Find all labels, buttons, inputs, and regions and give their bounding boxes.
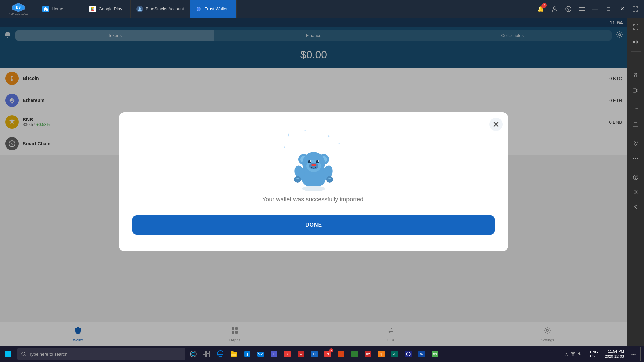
success-modal: ✦ ✦ ✦ ✦ ✦ [119, 112, 508, 251]
svg-rect-51 [635, 61, 635, 61]
close-button[interactable]: ✕ [616, 3, 628, 15]
svg-text:FZ: FZ [366, 353, 370, 356]
edge-app[interactable] [214, 348, 227, 360]
video-button[interactable] [629, 84, 642, 97]
app11[interactable] [402, 348, 415, 360]
svg-rect-75 [203, 355, 206, 357]
restore-button[interactable]: □ [602, 3, 614, 15]
fullscreen-button[interactable] [629, 20, 642, 34]
svg-rect-48 [636, 60, 636, 60]
svg-rect-65 [8, 351, 11, 354]
app10[interactable]: Vc [388, 348, 401, 360]
sidebar-divider [631, 51, 641, 52]
svg-text:O: O [340, 352, 342, 356]
volume-button[interactable] [629, 35, 642, 49]
cortana-button[interactable] [186, 347, 200, 361]
svg-rect-76 [231, 354, 236, 356]
svg-text:O: O [313, 352, 316, 356]
menu-button[interactable] [576, 3, 588, 15]
tab-google-play[interactable]: Google Play [84, 0, 131, 18]
folder-button[interactable] [629, 103, 642, 116]
svg-point-25 [302, 186, 325, 191]
tray-show-desktop[interactable] [640, 347, 641, 361]
svg-text:C: C [273, 352, 275, 356]
account-tab-icon [136, 6, 143, 12]
google-play-tab-icon [89, 6, 96, 12]
done-button[interactable]: DONE [132, 215, 495, 235]
store-app[interactable]: s [241, 348, 254, 360]
location-button[interactable] [629, 137, 642, 150]
bluestacks-logo: BS 4.240.30.1002 [0, 1, 37, 17]
star-decoration: ✦ [287, 132, 291, 138]
back-button[interactable] [629, 200, 642, 214]
svg-text:?: ? [635, 176, 637, 179]
tray-divider [627, 349, 627, 359]
minimize-button[interactable]: — [589, 3, 601, 15]
svg-text:Bs: Bs [420, 353, 424, 356]
svg-rect-49 [637, 60, 637, 60]
help-button[interactable]: ? [562, 3, 574, 15]
tray-icon-up[interactable]: ∧ [564, 351, 569, 357]
taskbar-apps: s C Y W O N 3 O [213, 348, 443, 360]
svg-point-56 [635, 75, 637, 77]
app3[interactable]: W [294, 348, 307, 360]
mail-app[interactable] [254, 348, 267, 360]
app9[interactable]: $ [375, 348, 388, 360]
svg-text:s: s [246, 352, 249, 357]
svg-rect-58 [633, 89, 636, 92]
expand-button[interactable] [629, 3, 641, 15]
taskbar: Type here to search s [0, 346, 644, 362]
svg-point-33 [308, 160, 311, 163]
app5[interactable]: N 3 [321, 348, 334, 360]
app4[interactable]: O [308, 348, 321, 360]
start-button[interactable] [0, 346, 16, 362]
tab-bluestacks-account[interactable]: BlueStacks Account [131, 0, 190, 18]
tabs-row: Home Google Play BlueStacks Account [37, 0, 534, 18]
sidebar-divider [631, 134, 641, 134]
tray-clock[interactable]: 11:54 PM 2020-12-03 [605, 349, 624, 359]
tab-home[interactable]: Home [37, 0, 84, 18]
star-decoration: ✦ [338, 142, 340, 145]
svg-rect-46 [634, 60, 634, 60]
svg-point-63 [635, 191, 637, 193]
app6[interactable]: O [335, 348, 347, 360]
task-view-button[interactable] [200, 348, 213, 360]
tray-network-icon[interactable] [570, 351, 576, 357]
share-button[interactable] [629, 118, 642, 131]
app12[interactable]: Bs [415, 348, 428, 360]
tab-trust-wallet[interactable]: Trust Wallet [190, 0, 237, 18]
modal-overlay: ✦ ✦ ✦ ✦ ✦ [0, 18, 627, 346]
more-button[interactable]: ··· [629, 152, 642, 165]
main-area: 11:54 Tokens Finance Collectibles [0, 18, 644, 346]
svg-text:$: $ [380, 352, 382, 356]
modal-message: Your wallet was successfully imported. [262, 196, 365, 203]
settings-sidebar-button[interactable] [629, 185, 642, 199]
file-explorer-app[interactable] [227, 348, 240, 360]
app13[interactable]: BS [429, 348, 441, 360]
modal-close-button[interactable] [489, 118, 503, 131]
user-icon-button[interactable] [549, 3, 561, 15]
notifications-button[interactable]: 🔔 7 [534, 2, 547, 16]
app1[interactable]: C [268, 348, 280, 360]
app7[interactable]: F [348, 348, 361, 360]
keyboard-button[interactable] [629, 54, 642, 68]
svg-point-68 [22, 352, 25, 355]
svg-rect-59 [633, 123, 638, 126]
app8[interactable]: FZ [362, 348, 374, 360]
screenshot-button[interactable] [629, 69, 642, 82]
sidebar-divider [631, 100, 641, 100]
title-bar-controls: 🔔 7 ? — □ ✕ [534, 2, 644, 16]
svg-text:?: ? [567, 7, 569, 12]
bluestacks-logo-icon: BS [12, 3, 25, 12]
svg-text:N: N [326, 352, 329, 356]
app2[interactable]: Y [281, 348, 294, 360]
tray-volume-icon[interactable] [577, 351, 583, 357]
svg-rect-72 [203, 351, 206, 354]
taskbar-search-bar[interactable]: Type here to search [17, 348, 185, 360]
svg-rect-79 [257, 352, 264, 357]
help-sidebar-button[interactable]: ? [629, 171, 642, 184]
svg-point-70 [190, 351, 196, 357]
svg-rect-66 [5, 354, 8, 357]
action-center-button[interactable] [630, 350, 638, 358]
svg-point-41 [294, 176, 301, 183]
